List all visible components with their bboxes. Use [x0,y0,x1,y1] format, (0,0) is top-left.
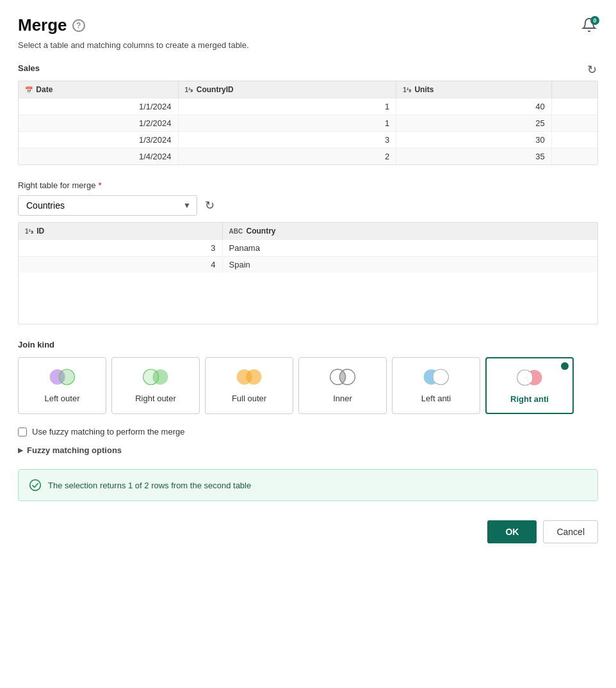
page-subtitle: Select a table and matching columns to c… [18,40,598,50]
countries-table: 1²₃ ID ABC Country 3 Panama 4 Spain [19,223,597,273]
cell-countryid: 3 [178,132,396,148]
cell-units: 40 [396,99,552,115]
cell-empty [551,115,597,132]
success-text: The selection returns 1 of 2 rows from t… [48,481,251,490]
chevron-right-icon: ▶ [18,446,23,454]
notification-badge: 0 [590,16,599,25]
join-option-left-outer[interactable]: Left outer [18,357,106,414]
selected-indicator [561,362,569,370]
countries-col-country: ABC Country [222,223,597,240]
table-row: 1/2/2024 1 25 [19,115,597,132]
sales-col-empty [551,81,597,99]
dialog-header: Merge ? 0 [18,15,598,35]
left-anti-icon [421,367,451,387]
cancel-button[interactable]: Cancel [543,520,598,543]
join-option-right-anti[interactable]: Right anti [485,357,574,414]
countries-refresh-button[interactable]: ↻ [204,197,216,214]
cell-units: 35 [396,148,552,165]
notification-icon[interactable]: 0 [581,17,598,34]
success-message: The selection returns 1 of 2 rows from t… [18,469,598,501]
cell-date: 1/1/2024 [19,99,178,115]
table-row: 4 Spain [19,257,597,273]
join-option-inner[interactable]: Inner [298,357,387,414]
join-option-label: Right anti [510,394,549,404]
button-row: OK Cancel [18,520,598,543]
fuzzy-options-row[interactable]: ▶ Fuzzy matching options [18,445,598,455]
sales-table-wrapper: 📅 Date 1²₃ CountryID 1²₃ Units 1/1/2024 … [18,81,598,165]
cell-country: Panama [222,240,597,257]
required-star: * [98,180,101,190]
sales-col-date: 📅 Date [19,81,178,99]
join-option-full-outer[interactable]: Full outer [205,357,293,414]
join-option-label: Left outer [45,394,80,403]
right-table-dropdown-container[interactable]: Countries ▼ [18,195,197,216]
fuzzy-options-label: Fuzzy matching options [27,445,122,455]
help-icon[interactable]: ? [72,19,85,32]
sales-col-countryid: 1²₃ CountryID [178,81,396,99]
cell-empty [551,148,597,165]
cell-id: 4 [19,257,222,273]
join-option-label: Inner [333,394,352,403]
ok-button[interactable]: OK [487,520,537,543]
cell-countryid: 1 [178,115,396,132]
cell-date: 1/3/2024 [19,132,178,148]
join-options: Left outer Right outer Full outer Inner [18,357,598,414]
svg-point-1 [59,369,74,385]
fuzzy-matching-checkbox[interactable] [18,428,27,436]
sales-refresh-button[interactable]: ↻ [586,61,598,78]
success-icon [29,479,42,492]
svg-point-5 [246,369,261,385]
join-kind-label: Join kind [18,340,598,349]
sales-table: 📅 Date 1²₃ CountryID 1²₃ Units 1/1/2024 … [19,81,597,164]
dropdown-wrapper: Countries ▼ ↻ [18,195,598,216]
svg-point-18 [30,480,41,491]
right-anti-icon [514,367,545,388]
cell-date: 1/4/2024 [19,148,178,165]
cell-countryid: 1 [178,99,396,115]
fuzzy-matching-label: Use fuzzy matching to perform the merge [32,427,184,436]
cell-date: 1/2/2024 [19,115,178,132]
join-option-left-anti[interactable]: Left anti [392,357,480,414]
countries-table-wrapper: 1²₃ ID ABC Country 3 Panama 4 Spain [18,222,598,324]
sales-col-units: 1²₃ Units [396,81,552,99]
full-outer-icon [234,367,264,387]
svg-point-3 [152,369,168,385]
join-option-label: Left anti [421,394,451,403]
table-row: 1/1/2024 1 40 [19,99,597,115]
cell-countryid: 2 [178,148,396,165]
table-row: 1/3/2024 3 30 [19,132,597,148]
table-row: 3 Panama [19,240,597,257]
cell-id: 3 [19,240,222,257]
inner-icon [327,367,358,387]
page-title: Merge [18,15,67,35]
cell-empty [551,99,597,115]
sales-section-header: Sales ↻ [18,61,598,78]
countries-col-id: 1²₃ ID [19,223,222,240]
right-outer-icon [140,367,171,387]
join-option-right-outer[interactable]: Right outer [111,357,200,414]
title-group: Merge ? [18,15,85,35]
cell-country: Spain [222,257,597,273]
cell-units: 30 [396,132,552,148]
join-option-label: Full outer [232,394,266,403]
sales-label: Sales [18,63,40,73]
cell-units: 25 [396,115,552,132]
left-outer-icon [47,367,77,387]
fuzzy-matching-row: Use fuzzy matching to perform the merge [18,427,598,436]
join-option-label: Right outer [135,394,176,403]
right-table-dropdown[interactable]: Countries [18,195,197,216]
right-table-label: Right table for merge * [18,180,598,190]
table-row: 1/4/2024 2 35 [19,148,597,165]
cell-empty [551,132,597,148]
